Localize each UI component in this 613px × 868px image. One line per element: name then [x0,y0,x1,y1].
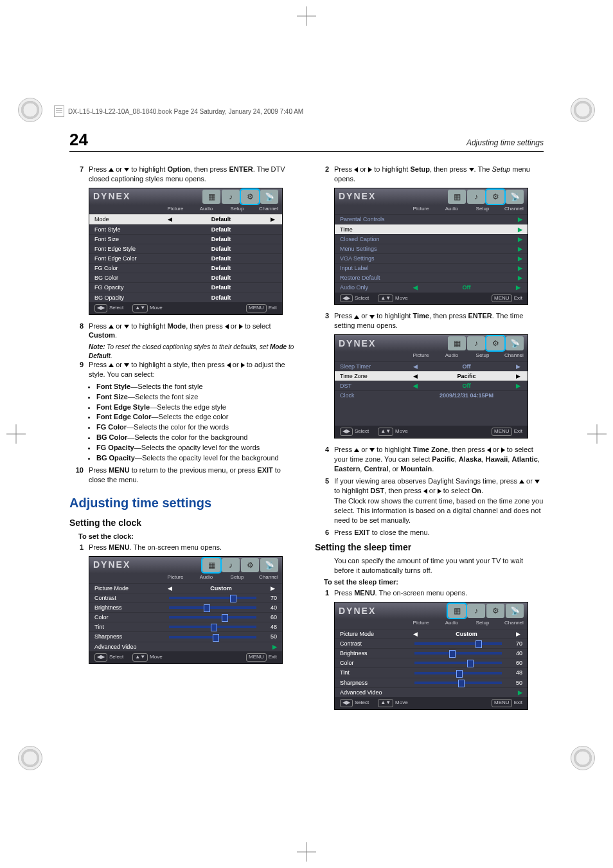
subsection-heading: Setting the sleep timer [315,541,544,554]
step-text: If your viewing area observes Daylight S… [334,476,544,525]
osd-row: Font Edge StyleDefault [89,244,282,253]
step-text: Press MENU to return to the previous men… [89,466,298,485]
tab-audio-icon: ♪ [467,604,485,618]
tab-picture-icon: ▦ [448,336,466,350]
step-number: 4 [315,445,329,474]
step-text: Press or to highlight Setup, then press … [334,165,544,184]
osd-row: Font SizeDefault [89,234,282,244]
osd-time-menu: DYNEX ▦ ♪ ⚙ 📡 PictureAudioSetupChannel S… [334,334,528,439]
osd-row: Menu Settings▶ [335,244,528,253]
osd-row: Tint48 [335,667,528,677]
header-strip: DX-L15-L19-L22-10A_08-1840.book Page 24 … [54,105,559,118]
osd-setup-menu: DYNEX ▦ ♪ ⚙ 📡 PictureAudioSetupChannel P… [334,188,528,305]
tab-picture-icon: ▦ [448,604,466,618]
osd-picture-menu-2: DYNEX ▦ ♪ ⚙ 📡 PictureAudioSetupChannel P… [334,602,528,710]
osd-row: Input Label▶ [335,263,528,273]
osd-row: DST◀Off▶ [335,381,528,390]
note: Note: To reset the closed captioning sty… [89,343,298,360]
osd-row: Time▶ [335,224,528,234]
step-text: Press MENU. The on-screen menu opens. [334,588,544,598]
osd-row: Contrast70 [89,593,282,602]
tab-channel-icon: 📡 [506,190,524,204]
tab-picture-icon: ▦ [202,558,220,572]
tab-audio-icon: ♪ [467,190,485,204]
osd-row: Brightness40 [335,648,528,658]
osd-row: Sharpness50 [89,631,282,641]
subsection-heading: Setting the clock [69,517,298,529]
osd-row: Brightness40 [89,602,282,612]
osd-row: Sleep Timer◀Off▶ [335,361,528,371]
running-head: Adjusting time settings [466,138,544,147]
tab-audio-icon: ♪ [222,190,240,204]
tab-setup-icon: ⚙ [241,558,259,572]
section-heading: Adjusting time settings [69,494,298,512]
step-text: Press EXIT to close the menu. [334,528,544,538]
osd-picture-menu: DYNEX ▦ ♪ ⚙ 📡 PictureAudioSetupChannel P… [89,556,283,664]
step-number: 7 [69,165,84,184]
osd-row: Picture Mode◀Custom▶ [335,629,528,638]
osd-row: Color60 [89,612,282,622]
osd-row: FG ColorDefault [89,263,282,273]
tab-channel-icon: 📡 [506,604,524,618]
osd-row: BG OpacityDefault [89,293,282,302]
header-strip-text: DX-L15-L19-L22-10A_08-1840.book Page 24 … [68,108,303,115]
step-text: Press or to highlight a style, then pres… [89,360,298,379]
osd-row: Restore Default▶ [335,273,528,282]
step-number: 10 [69,466,84,485]
osd-row: Parental Controls▶ [335,214,528,224]
tab-picture-icon: ▦ [448,190,466,204]
osd-row: Mode◀Default▶ [89,214,282,224]
intro-text: You can specify the amount of time you w… [334,556,544,575]
step-number: 6 [315,528,329,538]
registration-mark [18,746,42,770]
step-number: 1 [69,543,84,552]
tab-setup-icon: ⚙ [241,190,259,204]
crop-mark [297,842,316,862]
tab-setup-icon: ⚙ [486,190,504,204]
tab-channel-icon: 📡 [260,558,278,572]
osd-row: FG OpacityDefault [89,282,282,292]
step-number: 2 [315,165,329,184]
step-number: 8 [69,321,84,341]
right-column: 2 Press or to highlight Setup, then pres… [315,165,544,716]
osd-cc-styles: DYNEX ▦ ♪ ⚙ 📡 Picture Audio Setup Channe… [89,188,283,315]
step-number: 1 [315,588,329,598]
registration-mark [18,98,42,122]
step-text: Press MENU. The on-screen menu opens. [89,543,298,552]
step-text: Press or to highlight Time, then press E… [334,311,544,330]
bullet-list: Font Style—Selects the font style Font S… [96,382,298,463]
brand-logo: DYNEX [93,190,202,203]
tab-setup-icon: ⚙ [486,604,504,618]
tab-setup-icon: ⚙ [486,336,504,350]
tab-channel-icon: 📡 [260,190,278,204]
osd-row: Font Edge ColorDefault [89,253,282,263]
procedure-label: To set the clock: [78,532,298,541]
procedure-label: To set the sleep timer: [324,577,544,587]
step-number: 9 [69,360,84,379]
crop-mark [587,424,607,444]
tab-audio-icon: ♪ [222,558,240,572]
osd-row: Advanced Video▶ [335,687,528,697]
page-number: 24 [69,130,88,150]
tab-audio-icon: ♪ [467,336,485,350]
registration-mark [571,746,595,770]
registration-mark [571,98,595,122]
step-number: 5 [315,476,329,525]
osd-row: Color60 [335,658,528,667]
osd-row: Time Zone◀Pacific▶ [335,371,528,381]
book-icon [54,105,64,117]
osd-row: Tint48 [89,622,282,631]
crop-mark [297,6,316,26]
step-text: Press or to highlight Mode, then press o… [89,321,298,341]
tab-channel-icon: 📡 [506,336,524,350]
step-text: Press or to highlight Time Zone, then pr… [334,445,544,474]
osd-row: Sharpness50 [335,678,528,687]
osd-row: Contrast70 [335,638,528,648]
tab-picture-icon: ▦ [202,190,220,204]
osd-row: Audio Only◀Off▶ [335,282,528,292]
osd-row: BG ColorDefault [89,273,282,282]
osd-row: Clock2009/12/31 04:15PM [335,390,528,400]
step-text: Press or to highlight Option, then press… [89,165,298,184]
osd-row: Advanced Video▶ [89,642,282,651]
crop-mark [6,424,26,444]
